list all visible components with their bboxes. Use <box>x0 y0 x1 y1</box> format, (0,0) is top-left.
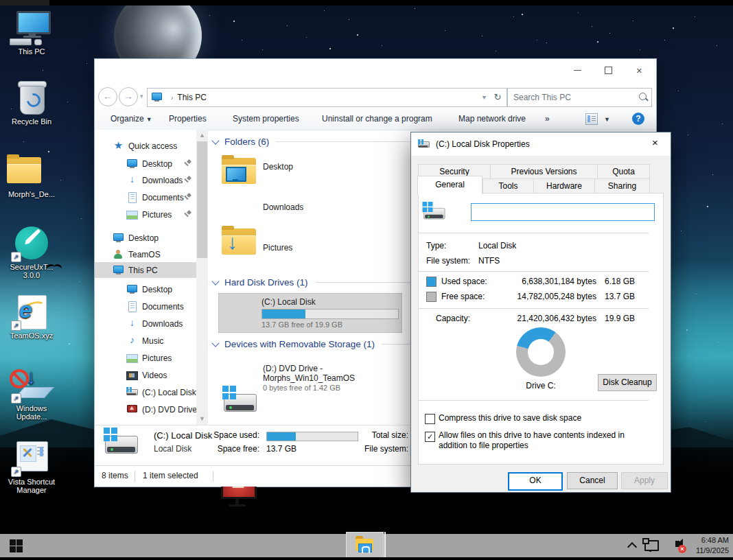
type-value: Local Disk <box>478 241 516 250</box>
tile-label-dvd-line2[interactable]: Morphs_Win10_TeamOS <box>263 373 355 383</box>
sidebar-item-downloads[interactable]: ↓Downloads <box>95 316 196 331</box>
system-properties-button[interactable]: System properties <box>233 114 299 124</box>
breadcrumb[interactable]: This PC <box>177 93 207 102</box>
address-bar[interactable]: › This PC ▾ <box>147 88 489 107</box>
index-checkbox[interactable]: ✓ <box>425 432 435 442</box>
forward-button[interactable]: → <box>119 87 138 106</box>
sidebar-item-pictures[interactable]: Pictures <box>95 350 196 366</box>
desktop-icon-this-pc[interactable]: This PC <box>0 11 63 56</box>
recycle-bin-icon <box>5 81 58 115</box>
scroll-up-icon[interactable]: ▲ <box>196 130 208 141</box>
dialog-close-button[interactable]: × <box>640 132 671 153</box>
shortcut-arrow-icon: ↗ <box>11 320 21 331</box>
views-dropdown-icon[interactable]: ▼ <box>604 116 610 123</box>
icon-label: Vista Shortcut <box>8 478 55 486</box>
start-button[interactable] <box>10 539 23 552</box>
divider <box>418 308 649 309</box>
tile-downloads-folder[interactable]: ↓ <box>220 225 257 255</box>
tab-general[interactable]: General <box>417 176 482 194</box>
desktop-icon-morphs-folder[interactable]: Morph's_De... <box>0 154 63 198</box>
this-pc-icon <box>151 92 163 103</box>
taskbar-clock[interactable]: 6:48 AM 11/9/2025 <box>689 535 729 556</box>
properties-button[interactable]: Properties <box>169 114 207 124</box>
cancel-button[interactable]: Cancel <box>567 472 618 489</box>
folder-icon <box>5 154 58 188</box>
sidebar-item-pictures-pinned[interactable]: Pictures <box>95 207 196 222</box>
map-network-drive-button[interactable]: Map network drive <box>458 114 526 124</box>
address-dropdown-icon[interactable]: ▾ <box>482 93 486 101</box>
help-icon[interactable]: ? <box>632 113 644 125</box>
free-space-swatch <box>426 292 437 302</box>
sidebar-item-desktop-child[interactable]: Desktop <box>95 281 196 297</box>
tray-overflow-chevron-icon[interactable] <box>627 542 637 552</box>
secureux-icon: ↗ <box>5 226 58 261</box>
close-button[interactable]: × <box>624 60 655 80</box>
tile-label-c-drive[interactable]: (C:) Local Disk <box>261 297 316 307</box>
desktop-icon-recycle-bin[interactable]: Recycle Bin <box>0 81 63 126</box>
network-icon[interactable] <box>644 540 659 551</box>
chevron-down-icon <box>211 137 219 144</box>
tab-hardware[interactable]: Hardware <box>533 178 595 194</box>
desktop: This PC Recycle Bin Morph's_De... ↗ Secu… <box>0 0 733 560</box>
sidebar-item-teamos[interactable]: TeamOS <box>95 246 196 262</box>
sidebar-item-desktop[interactable]: Desktop <box>95 230 196 246</box>
tray-date: 11/9/2025 <box>689 546 729 556</box>
uninstall-button[interactable]: Uninstall or change a program <box>322 114 432 124</box>
tab-quota[interactable]: Quota <box>597 164 650 179</box>
taskbar-file-explorer-button[interactable] <box>346 532 384 559</box>
ok-button[interactable]: OK <box>508 472 563 491</box>
tile-label-downloads[interactable]: Downloads <box>263 202 303 212</box>
compress-checkbox-label[interactable]: Compress this drive to save disk space <box>439 413 581 423</box>
tab-sharing[interactable]: Sharing <box>594 178 650 194</box>
tab-previous-versions[interactable]: Previous Versions <box>490 164 598 179</box>
apply-button[interactable]: Apply <box>621 472 668 489</box>
index-checkbox-label[interactable]: Allow files on this drive to have conten… <box>439 430 655 451</box>
desktop-icon-teamos-xyz[interactable]: e↗ TeamOS.xyz <box>0 295 63 340</box>
sidebar-item-downloads-pinned[interactable]: ↓Downloads <box>95 172 196 188</box>
space-used-label: Space used: <box>205 430 259 440</box>
organize-menu[interactable]: Organize▼ <box>110 114 152 124</box>
free-space-gb: 13.7 GB <box>605 292 635 301</box>
recent-locations-dropdown[interactable]: ▾ <box>140 93 143 100</box>
local-disk-icon <box>105 430 137 458</box>
sidebar-item-videos[interactable]: Videos <box>95 367 196 383</box>
windows-update-blocked-icon: ↓↗ <box>5 368 58 402</box>
sidebar-item-this-pc[interactable]: This PC <box>95 262 196 278</box>
nav-scrollbar[interactable]: ▲ ▼ <box>196 130 208 425</box>
scrollbar-thumb[interactable] <box>197 141 207 258</box>
sidebar-item-desktop-pinned[interactable]: Desktop <box>95 156 196 172</box>
sidebar-item-quick-access[interactable]: ★Quick access <box>95 138 196 154</box>
sidebar-item-c-drive[interactable]: (C:) Local Disk <box>95 384 196 400</box>
tab-tools[interactable]: Tools <box>482 178 534 194</box>
disk-cleanup-button[interactable]: Disk Cleanup <box>598 374 657 391</box>
scroll-down-icon[interactable]: ▼ <box>196 413 208 425</box>
back-button[interactable]: ← <box>98 87 117 106</box>
desktop-icon <box>126 284 138 295</box>
tile-label-pictures[interactable]: Pictures <box>263 243 292 253</box>
sidebar-item-dvd-drive[interactable]: (D:) DVD Drive - <box>95 401 196 417</box>
desktop-icon-vista-shortcut-manager[interactable]: ↗ Vista Shortcut Manager <box>0 441 63 494</box>
views-icon[interactable] <box>585 113 598 125</box>
details-drive-type: Local Disk <box>154 444 191 454</box>
sidebar-item-documents[interactable]: Documents <box>95 299 196 314</box>
type-label: Type: <box>426 241 446 250</box>
free-space-bytes: 14,782,005,248 bytes <box>500 292 596 301</box>
space-free-label: Space free: <box>205 444 259 454</box>
sidebar-item-music[interactable]: ♪Music <box>95 333 196 349</box>
refresh-button[interactable]: ↻ <box>489 88 507 107</box>
compress-checkbox[interactable] <box>425 414 435 424</box>
tile-desktop-folder[interactable] <box>220 154 257 185</box>
desktop-icon-secureuxtheme[interactable]: ↗ SecureUxT... 3.0.0 <box>0 226 63 279</box>
maximize-button[interactable] <box>593 60 624 80</box>
desktop-icon-windows-update-blocker[interactable]: ↓↗ Windows Update... <box>0 368 63 421</box>
sidebar-item-documents-pinned[interactable]: Documents <box>95 189 196 205</box>
pin-icon <box>183 176 191 184</box>
volume-label-input[interactable] <box>471 203 655 221</box>
search-box[interactable] <box>507 88 652 107</box>
icon-label-line2: Update... <box>0 412 63 421</box>
tile-label-dvd-line1[interactable]: (D:) DVD Drive - <box>263 364 323 373</box>
search-input[interactable] <box>512 91 631 104</box>
tile-label-desktop[interactable]: Desktop <box>263 162 293 172</box>
toolbar-overflow-chevron[interactable]: » <box>545 114 550 124</box>
minimize-button[interactable] <box>562 60 593 80</box>
